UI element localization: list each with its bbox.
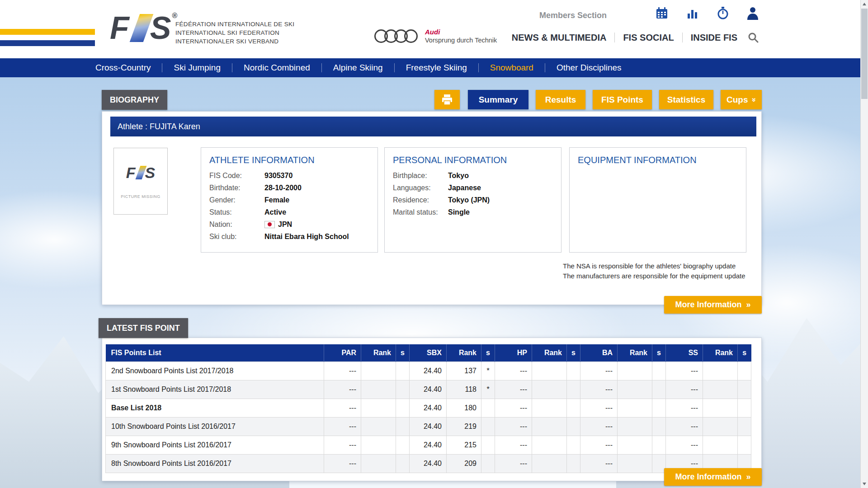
cell-ss-s — [738, 380, 751, 399]
tab-cups[interactable]: Cups » — [721, 90, 762, 109]
field-value: Female — [264, 196, 289, 204]
athlete-photo-placeholder: F S PICTURE MISSING — [113, 148, 168, 215]
col-header-ss-rank: Rank — [703, 344, 738, 362]
calendar-icon[interactable] — [655, 6, 669, 22]
cell-sbx: 24.40 — [410, 399, 447, 418]
audi-logo: Audi Vorsprung durch Technik — [374, 28, 497, 44]
person-icon[interactable] — [746, 6, 759, 22]
cell-sbx-s: * — [481, 380, 495, 399]
tab-fis-points[interactable]: FIS Points — [593, 90, 652, 109]
biography-more-information-button[interactable]: More Information » — [664, 296, 762, 314]
cell-hp: --- — [495, 436, 532, 455]
nav-snowboard[interactable]: Snowboard — [479, 63, 545, 73]
cell-par-rank — [361, 380, 396, 399]
cell-par: --- — [324, 436, 361, 455]
cell-ba: --- — [580, 418, 618, 436]
cell-ba-rank — [618, 436, 652, 455]
cell-par-s — [396, 380, 410, 399]
table-row: 1st Snowboard Points List 2017/2018 --- … — [106, 380, 751, 399]
scrollbar-up-icon[interactable] — [863, 3, 866, 5]
fis-logo-letter-f: F — [110, 10, 130, 46]
cell-par-rank — [361, 436, 396, 455]
cell-par-rank — [361, 418, 396, 436]
menu-separator — [614, 33, 615, 42]
field-nation: Nation: JPN — [209, 220, 369, 229]
field-languages: Languages: Japanese — [393, 183, 553, 192]
scrollbar-down-icon[interactable] — [863, 483, 866, 485]
members-section-link[interactable]: Members Section — [539, 11, 607, 20]
header-menu: NEWS & MULTIMEDIA FIS SOCIAL INSIDE FIS — [512, 32, 759, 43]
cell-sbx-rank: 118 — [447, 380, 481, 399]
fis-logo[interactable]: F S ® — [110, 8, 178, 48]
cell-par-s — [396, 362, 410, 380]
cell-sbx-s — [481, 436, 495, 455]
cell-par: --- — [324, 380, 361, 399]
field-label: Status: — [209, 208, 264, 216]
cell-ss: --- — [666, 418, 703, 436]
field-birthdate: Birthdate: 28-10-2000 — [209, 183, 369, 192]
nav-freestyle-skiing[interactable]: Freestyle Skiing — [395, 63, 478, 73]
field-value: Single — [448, 208, 470, 216]
personal-information-title: PERSONAL INFORMATION — [393, 155, 553, 165]
responsibility-notes: The NSA is responsible for the athletes'… — [563, 261, 753, 281]
tab-results[interactable]: Results — [536, 90, 585, 109]
more-information-label: More Information — [675, 300, 741, 310]
cell-ss-rank — [703, 436, 738, 455]
table-row: 8th Snowboard Points List 2016/2017 --- … — [106, 455, 751, 473]
nav-cross-country[interactable]: Cross-Country — [84, 63, 162, 73]
fis-placeholder-logo: F S — [126, 164, 155, 182]
cell-hp-rank — [532, 436, 567, 455]
stopwatch-icon[interactable] — [717, 6, 729, 22]
nav-nordic-combined[interactable]: Nordic Combined — [232, 63, 321, 73]
placeholder-letter-f: F — [126, 164, 136, 182]
field-value: 28-10-2000 — [264, 183, 302, 192]
nav-other-disciplines[interactable]: Other Disciplines — [545, 63, 633, 73]
cell-ba-rank — [618, 418, 652, 436]
field-gender: Gender: Female — [209, 196, 369, 204]
tab-statistics-label: Statistics — [667, 95, 705, 105]
cell-par: --- — [324, 399, 361, 418]
field-value: Tokyo (JPN) — [448, 196, 490, 204]
federation-name-line: FÉDÉRATION INTERNATIONALE DE SKI — [175, 20, 294, 28]
cell-sbx: 24.40 — [410, 455, 447, 473]
menu-fis-social[interactable]: FIS SOCIAL — [623, 33, 674, 43]
tab-statistics[interactable]: Statistics — [659, 90, 713, 109]
menu-inside-fis[interactable]: INSIDE FIS — [691, 33, 737, 43]
cell-par: --- — [324, 455, 361, 473]
cell-list-name: 2nd Snowboard Points List 2017/2018 — [106, 362, 324, 380]
cell-ss-rank — [703, 399, 738, 418]
cell-ba: --- — [580, 399, 618, 418]
col-header-fis-points-list: FIS Points List — [106, 344, 324, 362]
scrollbar-thumb[interactable] — [861, 9, 868, 99]
cell-ss-s — [738, 399, 751, 418]
fis-points-more-information-button[interactable]: More Information » — [664, 468, 762, 486]
cell-par-s — [396, 399, 410, 418]
cell-ss: --- — [666, 399, 703, 418]
tab-fis-points-label: FIS Points — [601, 95, 643, 105]
cell-sbx-s — [481, 455, 495, 473]
vertical-scrollbar[interactable] — [860, 0, 868, 488]
cell-sbx: 24.40 — [410, 362, 447, 380]
table-header-row: FIS Points List PAR Rank s SBX Rank s HP… — [106, 344, 751, 362]
search-icon[interactable] — [747, 32, 759, 43]
cell-sbx-rank: 137 — [447, 362, 481, 380]
field-label: Languages: — [393, 183, 448, 192]
nav-ski-jumping[interactable]: Ski Jumping — [162, 63, 232, 73]
tab-summary[interactable]: Summary — [468, 90, 528, 109]
print-button[interactable] — [434, 90, 460, 109]
field-status: Status: Active — [209, 208, 369, 216]
federation-name-line: INTERNATIONALER SKI VERBAND — [175, 37, 294, 46]
chevron-down-icon: » — [749, 98, 758, 102]
bar-chart-icon[interactable] — [686, 6, 699, 22]
col-header-hp: HP — [495, 344, 532, 362]
athlete-information-card: ATHLETE INFORMATION FIS Code: 9305370 Bi… — [201, 147, 378, 253]
col-header-ba: BA — [580, 344, 618, 362]
nav-alpine-skiing[interactable]: Alpine Skiing — [322, 63, 394, 73]
registered-mark: ® — [172, 12, 178, 20]
cell-ba-rank — [618, 455, 652, 473]
equipment-information-card: EQUIPMENT INFORMATION — [569, 147, 746, 253]
field-value: Tokyo — [448, 171, 469, 180]
menu-news-multimedia[interactable]: NEWS & MULTIMEDIA — [512, 33, 607, 43]
cell-sbx: 24.40 — [410, 380, 447, 399]
site-header: F S ® FÉDÉRATION INTERNATIONALE DE SKI I… — [0, 0, 860, 58]
